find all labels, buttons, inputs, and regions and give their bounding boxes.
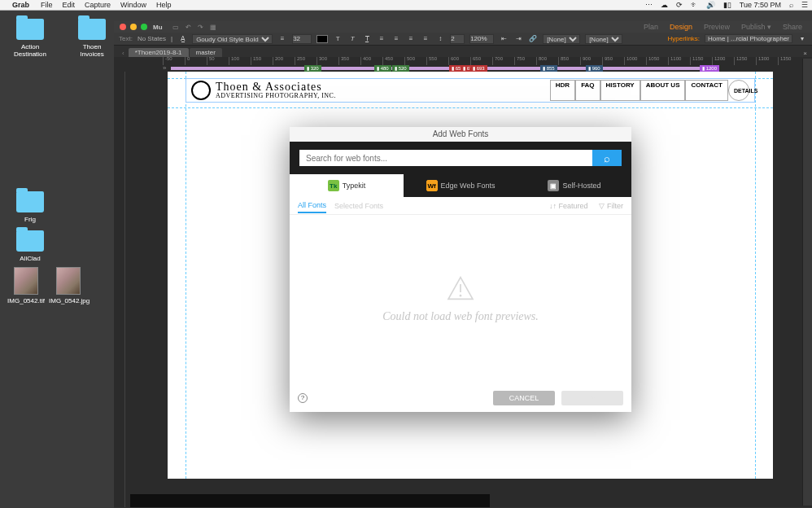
site-nav: HDR FAQ HISTORY ABOUT US CONTACT DETAILS bbox=[550, 80, 749, 101]
align-left-icon[interactable]: ≡ bbox=[377, 35, 386, 42]
filter-icon: ▽ bbox=[599, 202, 607, 210]
hyperlink-target-select[interactable]: Home | ...rcial Photographer bbox=[705, 34, 792, 43]
menu-capture[interactable]: Capture bbox=[80, 1, 116, 9]
menubar-app-name[interactable]: Grab bbox=[12, 1, 36, 9]
folder-allclad[interactable]: AllClad bbox=[8, 230, 52, 262]
nav-hdr[interactable]: HDR bbox=[550, 80, 575, 101]
menu-edit[interactable]: Edit bbox=[58, 1, 81, 9]
volume-icon[interactable]: 🔊 bbox=[702, 1, 719, 9]
nav-details-badge[interactable]: DETAILS bbox=[728, 80, 749, 101]
breakpoint-marker[interactable]: ▮ 693 bbox=[470, 65, 487, 72]
scrub-handle-icon[interactable]: » bbox=[163, 64, 166, 72]
mode-share[interactable]: Share bbox=[783, 23, 802, 31]
guide[interactable] bbox=[168, 107, 773, 108]
file-img-tif[interactable]: IMG_0542.tif bbox=[7, 267, 46, 304]
breakpoint-marker[interactable]: ▮ 480 bbox=[374, 65, 391, 72]
text-color-swatch[interactable] bbox=[317, 35, 328, 43]
folder-frig[interactable]: Frig bbox=[8, 191, 52, 223]
nav-contact[interactable]: CONTACT bbox=[685, 80, 728, 101]
bold-icon[interactable]: T bbox=[333, 35, 343, 42]
leading-input[interactable] bbox=[450, 34, 465, 44]
chevron-left-icon[interactable]: ‹ bbox=[119, 50, 128, 57]
tab-self-hosted[interactable]: ▣ Self-Hosted bbox=[517, 174, 631, 197]
document-tab[interactable]: *Thoen2019-8-1 bbox=[129, 48, 189, 57]
breakpoint-marker[interactable]: ▮ 855 bbox=[540, 65, 557, 72]
font-family-select[interactable]: Goudy Old Style Bold bbox=[192, 34, 273, 44]
breakpoint-marker[interactable]: ▮ 520 bbox=[392, 65, 409, 72]
toolbar-select-icon[interactable]: ▭ bbox=[169, 24, 182, 31]
indent-left-icon[interactable]: ⇤ bbox=[499, 35, 509, 42]
states-dropdown[interactable]: No States bbox=[138, 35, 166, 42]
filter-toggle[interactable]: ▽ Filter bbox=[599, 202, 623, 210]
nav-faq[interactable]: FAQ bbox=[575, 80, 600, 101]
text-tool-label: Text: bbox=[119, 35, 133, 42]
paragraph-style-select[interactable]: [None] bbox=[543, 34, 580, 44]
mode-design[interactable]: Design bbox=[670, 23, 692, 31]
file-img-jpg[interactable]: IMG_0542.jpg bbox=[49, 267, 88, 304]
menu-window[interactable]: Window bbox=[116, 1, 151, 9]
breakpoint-bar[interactable]: » ▮ 320▮ 480▮ 520▮ 650▮ 674▮ 693▮ 855▮ 9… bbox=[114, 65, 812, 72]
tab-typekit[interactable]: Tk Typekit bbox=[290, 174, 404, 197]
font-picker-icon[interactable]: A̲ bbox=[177, 35, 187, 42]
zoom-button[interactable] bbox=[141, 24, 147, 30]
menu-file[interactable]: File bbox=[36, 1, 58, 9]
master-tab[interactable]: master bbox=[190, 48, 222, 57]
filter-selected-fonts[interactable]: Selected Fonts bbox=[334, 202, 383, 210]
toolbar-redo-icon[interactable]: ↷ bbox=[194, 24, 207, 31]
link-icon[interactable]: 🔗 bbox=[528, 35, 538, 42]
mode-publish[interactable]: Publish ▾ bbox=[741, 23, 771, 31]
sync-icon[interactable]: ⟳ bbox=[672, 1, 687, 9]
notification-center-icon[interactable]: ☰ bbox=[797, 1, 812, 9]
filter-all-fonts[interactable]: All Fonts bbox=[298, 199, 326, 213]
folder-thoen-invoices[interactable]: Thoen Invoices bbox=[70, 19, 114, 58]
wifi-icon[interactable]: ᯤ bbox=[687, 1, 702, 9]
cloud-icon[interactable]: ☁ bbox=[657, 1, 672, 9]
menu-help[interactable]: Help bbox=[151, 1, 177, 9]
right-panel-handle[interactable] bbox=[802, 59, 812, 506]
design-canvas[interactable]: Thoen & Associates ADVERTISING PHOTOGRAP… bbox=[114, 72, 812, 507]
menubar-clock[interactable]: Tue 7:50 PM bbox=[736, 1, 785, 9]
close-button[interactable] bbox=[120, 24, 126, 30]
battery-icon[interactable]: ▮▯ bbox=[719, 1, 736, 9]
cancel-button[interactable]: CANCEL bbox=[493, 391, 555, 405]
font-style-icon[interactable]: ≡ bbox=[277, 35, 287, 42]
tab-edge-web-fonts[interactable]: Wf Edge Web Fonts bbox=[404, 174, 517, 197]
mode-plan[interactable]: Plan bbox=[644, 23, 658, 31]
close-tab-icon[interactable]: × bbox=[803, 50, 812, 57]
leading-icon[interactable]: ↕ bbox=[435, 35, 445, 42]
ruler-tick: 800 bbox=[536, 57, 537, 65]
toolbar-undo-icon[interactable]: ↶ bbox=[182, 24, 194, 31]
nav-history[interactable]: HISTORY bbox=[600, 80, 640, 101]
underline-icon[interactable]: T̲ bbox=[362, 35, 372, 42]
font-filter-row: All Fonts Selected Fonts ↓↑ Featured ▽ F… bbox=[290, 197, 631, 215]
breakpoint-marker[interactable]: ▮ 1200 bbox=[700, 65, 719, 72]
ruler-tick: 1350 bbox=[778, 57, 779, 65]
font-size-input[interactable] bbox=[292, 34, 312, 44]
minimize-button[interactable] bbox=[130, 24, 137, 30]
breakpoint-marker[interactable]: ▮ 960 bbox=[586, 65, 603, 72]
ok-button[interactable]: OK bbox=[561, 391, 623, 405]
guide[interactable] bbox=[186, 72, 186, 479]
zoom-input[interactable] bbox=[469, 34, 494, 44]
status-dots-icon[interactable]: ⋯ bbox=[641, 1, 657, 9]
italic-icon[interactable]: T bbox=[347, 35, 357, 42]
font-search-input[interactable] bbox=[299, 150, 592, 166]
mode-preview[interactable]: Preview bbox=[704, 23, 730, 31]
char-style-select[interactable]: [None] bbox=[585, 34, 622, 44]
align-right-icon[interactable]: ≡ bbox=[406, 35, 416, 42]
guide[interactable] bbox=[755, 72, 756, 479]
breakpoint-range[interactable] bbox=[171, 67, 716, 70]
help-icon[interactable]: ? bbox=[298, 393, 308, 403]
site-header-frame[interactable]: Thoen & Associates ADVERTISING PHOTOGRAP… bbox=[186, 78, 755, 103]
hyperlink-options-icon[interactable]: ▾ bbox=[797, 35, 807, 42]
folder-action-destination[interactable]: Action Destination bbox=[8, 19, 52, 58]
spotlight-icon[interactable]: ⌕ bbox=[785, 1, 797, 9]
nav-about[interactable]: ABOUT US bbox=[640, 80, 686, 101]
align-justify-icon[interactable]: ≡ bbox=[421, 35, 430, 42]
align-center-icon[interactable]: ≡ bbox=[391, 35, 401, 42]
indent-right-icon[interactable]: ⇥ bbox=[513, 35, 523, 42]
font-search-button[interactable]: ⌕ bbox=[592, 150, 622, 166]
sort-featured[interactable]: ↓↑ Featured bbox=[549, 202, 588, 210]
toolbar-view-icon[interactable]: ▦ bbox=[207, 24, 220, 31]
breakpoint-marker[interactable]: ▮ 320 bbox=[304, 65, 321, 72]
